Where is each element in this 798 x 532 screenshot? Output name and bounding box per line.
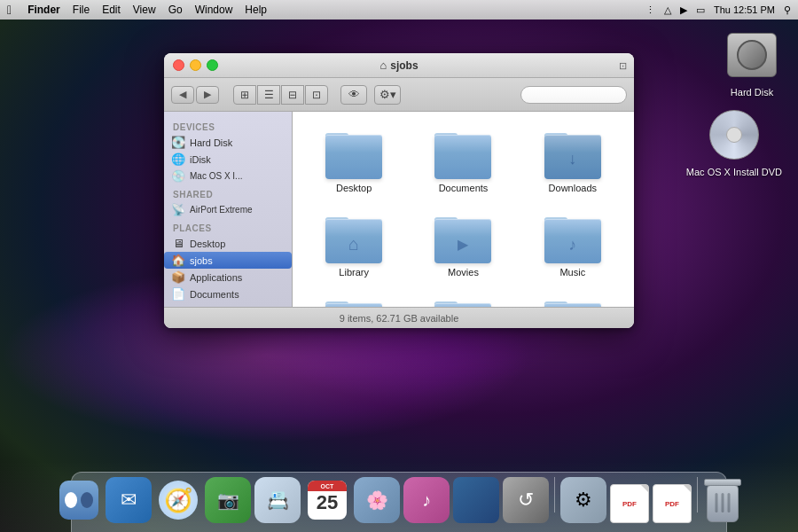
folder-documents[interactable]: Documents — [411, 121, 515, 200]
spotlight-icon[interactable]: ⚲ — [784, 4, 791, 16]
folder-documents-icon — [434, 128, 491, 179]
documents-sidebar-icon: 📄 — [171, 287, 185, 301]
dock-item-itunes[interactable]: ♪ — [403, 477, 450, 523]
view-list-button[interactable]: ☰ — [257, 85, 280, 105]
menubar:  Finder File Edit View Go Window Help ⋮… — [0, 0, 798, 20]
bluetooth-icon[interactable]: ⋮ — [645, 4, 655, 16]
idisk-icon: 🌐 — [171, 153, 185, 166]
menu-file[interactable]: File — [73, 4, 90, 16]
sidebar-item-idisk[interactable]: 🌐 iDisk — [164, 151, 292, 168]
folder-sites[interactable]: Sites — [520, 289, 625, 307]
desktop-sidebar-icon: 🖥 — [171, 237, 185, 250]
dock-item-pdf1[interactable]: PDF — [610, 484, 649, 523]
trash-lid — [704, 479, 741, 486]
minimize-button[interactable] — [190, 59, 201, 71]
folder-music[interactable]: Music — [520, 205, 625, 285]
dock-item-finder[interactable] — [56, 477, 102, 523]
sidebar-hard-disk-label: Hard Disk — [190, 137, 232, 148]
folder-movies[interactable]: Movies — [411, 205, 515, 285]
sidebar-item-desktop[interactable]: 🖥 Desktop — [164, 235, 292, 252]
dock-item-pdf2[interactable]: PDF — [653, 484, 692, 523]
view-buttons: ⊞ ☰ ⊟ ⊡ — [233, 85, 328, 105]
dock-item-timemachine[interactable]: ↺ — [503, 477, 549, 523]
menu-window[interactable]: Window — [195, 4, 233, 16]
view-column-button[interactable]: ⊟ — [281, 85, 304, 105]
folder-downloads[interactable]: Downloads — [520, 121, 625, 200]
sidebar-item-mac-os-install[interactable]: 💿 Mac OS X I... — [164, 168, 292, 184]
menu-go[interactable]: Go — [168, 4, 183, 16]
menubar-left:  Finder File Edit View Go Window Help — [0, 3, 267, 17]
nav-buttons: ◀ ▶ — [171, 86, 219, 104]
folder-music-icon — [544, 212, 601, 263]
dock-item-trash[interactable] — [703, 477, 742, 523]
folder-library-label: Library — [339, 267, 369, 278]
trash-icon — [703, 478, 742, 522]
folder-desktop-label: Desktop — [336, 183, 372, 193]
safari-dock-icon: 🧭 — [155, 477, 201, 523]
menu-help[interactable]: Help — [245, 4, 267, 16]
sidebar-desktop-label: Desktop — [190, 239, 225, 249]
home-icon: ⌂ — [379, 59, 387, 72]
folder-desktop-icon — [325, 128, 382, 179]
folder-desktop[interactable]: Desktop — [301, 121, 406, 200]
sidebar-applications-label: Applications — [190, 272, 242, 283]
folder-library-icon — [325, 212, 382, 263]
volume-icon[interactable]: ▶ — [680, 4, 687, 16]
sidebar-sjobs-label: sjobs — [190, 255, 213, 266]
battery-icon[interactable]: ▭ — [696, 4, 705, 16]
desktop-icon-dvd[interactable]: Mac OS X Install DVD — [686, 106, 782, 177]
traffic-lights — [164, 59, 218, 71]
folder-downloads-label: Downloads — [549, 183, 597, 193]
folder-body — [434, 303, 491, 307]
maximize-button[interactable] — [207, 59, 218, 71]
wifi-icon[interactable]: △ — [664, 4, 671, 16]
dock-item-addressbook[interactable]: 📇 — [254, 477, 301, 523]
ical-dock-icon: OCT 25 — [304, 477, 350, 523]
dock-item-syspref[interactable]: ⚙ — [560, 477, 606, 523]
sidebar-item-hard-disk[interactable]: 💽 Hard Disk — [164, 134, 292, 151]
sidebar-section-shared: SHARED — [164, 184, 292, 201]
sidebar-item-documents[interactable]: 📄 Documents — [164, 286, 292, 302]
timemachine-dock-icon: ↺ — [503, 477, 549, 523]
folder-library[interactable]: Library — [301, 205, 406, 285]
menu-finder[interactable]: Finder — [27, 4, 60, 16]
applications-icon: 📦 — [171, 270, 185, 284]
dock-item-mail[interactable]: ✉ — [106, 477, 152, 523]
eye-button[interactable]: 👁 — [340, 85, 367, 105]
folder-documents-label: Documents — [439, 183, 489, 193]
action-button[interactable]: ⚙▾ — [374, 85, 401, 105]
folder-pictures[interactable]: Pictures — [301, 289, 406, 307]
nav-back-button[interactable]: ◀ — [171, 86, 194, 104]
menu-view[interactable]: View — [133, 4, 156, 16]
dock-item-spaces[interactable] — [453, 477, 499, 523]
view-icon-button[interactable]: ⊞ — [233, 85, 256, 105]
iphoto-dock-icon: 🌸 — [354, 477, 400, 523]
sidebar-item-airport[interactable]: 📡 AirPort Extreme — [164, 201, 292, 218]
folder-pictures-icon — [325, 296, 382, 307]
dock-item-iphoto[interactable]: 🌸 — [354, 477, 400, 523]
menu-edit[interactable]: Edit — [102, 4, 121, 16]
dock-item-ical[interactable]: OCT 25 — [304, 477, 350, 523]
window-body: DEVICES 💽 Hard Disk 🌐 iDisk 💿 Mac OS X I… — [164, 112, 634, 307]
nav-forward-button[interactable]: ▶ — [196, 86, 219, 104]
view-coverflow-button[interactable]: ⊡ — [305, 85, 328, 105]
desktop-icon-hard-disk[interactable]: Hard Disk — [724, 27, 780, 98]
folder-body — [325, 219, 382, 263]
trash-dock-icon — [703, 477, 742, 523]
sidebar-item-applications[interactable]: 📦 Applications — [164, 269, 292, 286]
folder-public[interactable]: Public — [411, 289, 515, 307]
airport-icon: 📡 — [171, 203, 185, 216]
close-button[interactable] — [173, 59, 184, 71]
dock-item-facetime[interactable]: 📷 — [205, 477, 251, 523]
window-zoom-btn[interactable]: ⊡ — [619, 59, 627, 71]
dock-item-safari[interactable]: 🧭 — [155, 477, 201, 523]
search-input[interactable] — [520, 86, 627, 104]
hard-disk-icon-img — [724, 27, 780, 83]
window-title-text: sjobs — [390, 59, 418, 72]
apple-menu[interactable]:  — [7, 3, 12, 17]
trash-line — [722, 493, 724, 512]
folder-body — [325, 303, 382, 307]
finder-dock-icon — [56, 477, 102, 523]
folder-downloads-icon — [544, 128, 601, 179]
sidebar-item-sjobs[interactable]: 🏠 sjobs — [164, 252, 292, 269]
